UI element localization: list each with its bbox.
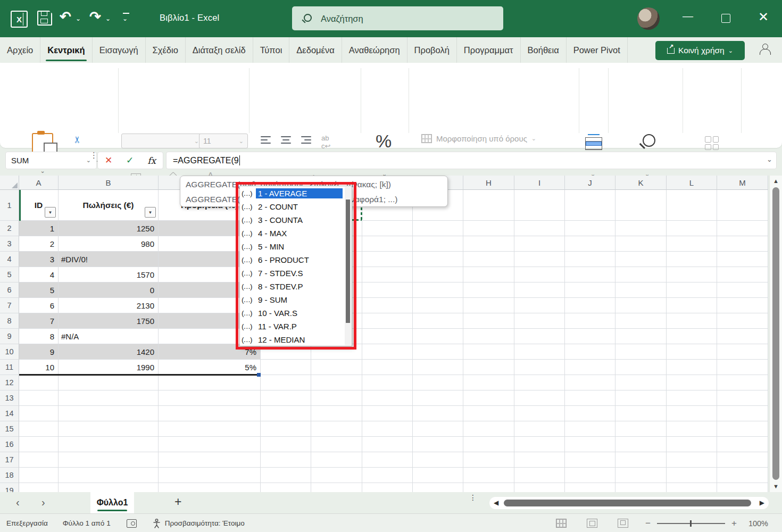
page-break-view-icon[interactable] — [618, 519, 628, 528]
minimize-button[interactable]: — — [683, 11, 693, 21]
cell-B1[interactable]: Πωλήσεις (€)▼ — [59, 190, 159, 221]
cell-C14[interactable] — [159, 406, 261, 421]
cell-I8[interactable] — [514, 313, 565, 329]
cell-I13[interactable] — [514, 390, 565, 406]
cell-E13[interactable] — [311, 390, 362, 406]
cell-E19[interactable] — [311, 483, 362, 492]
row-header-19[interactable]: 19 — [0, 483, 19, 492]
normal-view-icon[interactable] — [556, 519, 567, 528]
cell-C10[interactable]: 7% — [159, 344, 261, 360]
cell-A2[interactable]: 1 — [19, 221, 59, 236]
function-option-9 - SUM[interactable]: (…)9 - SUM — [240, 293, 352, 306]
cell-A13[interactable] — [19, 390, 59, 406]
cell-J7[interactable] — [565, 298, 615, 313]
cell-K18[interactable] — [615, 468, 667, 483]
zoom-slider-handle[interactable] — [690, 520, 692, 527]
cell-D16[interactable] — [261, 437, 311, 452]
cell-D17[interactable] — [261, 452, 311, 468]
cell-D10[interactable] — [261, 344, 311, 360]
cell-I18[interactable] — [514, 468, 565, 483]
tab-Προγραμματ[interactable]: Προγραμματ — [457, 37, 521, 63]
cell-L18[interactable] — [667, 468, 717, 483]
cell-K17[interactable] — [615, 452, 667, 468]
cell-C19[interactable] — [159, 483, 261, 492]
cell-B18[interactable] — [59, 468, 159, 483]
cell-L2[interactable] — [667, 221, 717, 236]
cell-L15[interactable] — [667, 421, 717, 437]
cell-I14[interactable] — [514, 406, 565, 421]
status-accessibility[interactable]: Προσβασιμότητα: Έτοιμο — [165, 519, 245, 527]
cell-G17[interactable] — [413, 452, 463, 468]
redo-dropdown-icon[interactable]: ⌄ — [105, 15, 111, 22]
cell-H2[interactable] — [463, 221, 514, 236]
cell-I2[interactable] — [514, 221, 565, 236]
cell-M8[interactable] — [717, 313, 768, 329]
cell-B13[interactable] — [59, 390, 159, 406]
row-header-12[interactable]: 12 — [0, 375, 19, 390]
cell-J2[interactable] — [565, 221, 615, 236]
cell-M12[interactable] — [717, 375, 768, 390]
font-name-select[interactable]: ⌄ — [121, 134, 203, 148]
function-option-5 - MIN[interactable]: (…)5 - MIN — [240, 240, 352, 253]
cell-D12[interactable] — [261, 375, 311, 390]
row-header-4[interactable]: 4 — [0, 252, 19, 267]
cell-F8[interactable] — [362, 313, 413, 329]
cell-L3[interactable] — [667, 236, 717, 252]
cell-E15[interactable] — [311, 421, 362, 437]
column-header-A[interactable]: A — [19, 176, 59, 190]
cell-H1[interactable] — [463, 190, 514, 221]
cell-H9[interactable] — [463, 329, 514, 344]
cell-I15[interactable] — [514, 421, 565, 437]
cell-J12[interactable] — [565, 375, 615, 390]
cell-M16[interactable] — [717, 437, 768, 452]
cell-H16[interactable] — [463, 437, 514, 452]
row-header-13[interactable]: 13 — [0, 390, 19, 406]
cell-F19[interactable] — [362, 483, 413, 492]
cell-J19[interactable] — [565, 483, 615, 492]
cell-M6[interactable] — [717, 282, 768, 298]
select-all-corner[interactable] — [0, 176, 19, 190]
cell-M7[interactable] — [717, 298, 768, 313]
cell-E11[interactable] — [311, 360, 362, 375]
cell-L7[interactable] — [667, 298, 717, 313]
cell-G18[interactable] — [413, 468, 463, 483]
cell-A16[interactable] — [19, 437, 59, 452]
tab-Κεντρική[interactable]: Κεντρική — [40, 37, 92, 63]
align-middle-icon[interactable] — [281, 136, 291, 144]
cell-H7[interactable] — [463, 298, 514, 313]
cell-M11[interactable] — [717, 360, 768, 375]
cell-M10[interactable] — [717, 344, 768, 360]
cell-F17[interactable] — [362, 452, 413, 468]
tab-Δεδομένα[interactable]: Δεδομένα — [289, 37, 342, 63]
zoom-slider[interactable] — [657, 523, 725, 524]
cell-A11[interactable]: 10 — [19, 360, 59, 375]
cell-A19[interactable] — [19, 483, 59, 492]
cell-F11[interactable] — [362, 360, 413, 375]
cell-H18[interactable] — [463, 468, 514, 483]
cell-J16[interactable] — [565, 437, 615, 452]
horizontal-scrollbar[interactable]: ◀ ▶ — [489, 497, 769, 509]
cell-J4[interactable] — [565, 252, 615, 267]
cell-A6[interactable]: 5 — [19, 282, 59, 298]
cell-I6[interactable] — [514, 282, 565, 298]
cell-F6[interactable] — [362, 282, 413, 298]
function-option-2 - COUNT[interactable]: (…)2 - COUNT — [240, 200, 352, 213]
wrap-text-icon[interactable]: abc↩ — [321, 134, 330, 150]
cell-L13[interactable] — [667, 390, 717, 406]
cell-A9[interactable]: 8 — [19, 329, 59, 344]
cell-A3[interactable]: 2 — [19, 236, 59, 252]
cell-H19[interactable] — [463, 483, 514, 492]
cell-H6[interactable] — [463, 282, 514, 298]
align-top-icon[interactable] — [261, 136, 271, 144]
cell-C16[interactable] — [159, 437, 261, 452]
cell-J11[interactable] — [565, 360, 615, 375]
row-header-16[interactable]: 16 — [0, 437, 19, 452]
cell-A1[interactable]: ID▼ — [19, 190, 59, 221]
cell-L19[interactable] — [667, 483, 717, 492]
cell-M13[interactable] — [717, 390, 768, 406]
people-icon[interactable] — [760, 44, 770, 54]
cell-A10[interactable]: 9 — [19, 344, 59, 360]
column-header-L[interactable]: L — [667, 176, 717, 190]
cell-L8[interactable] — [667, 313, 717, 329]
cell-M2[interactable] — [717, 221, 768, 236]
